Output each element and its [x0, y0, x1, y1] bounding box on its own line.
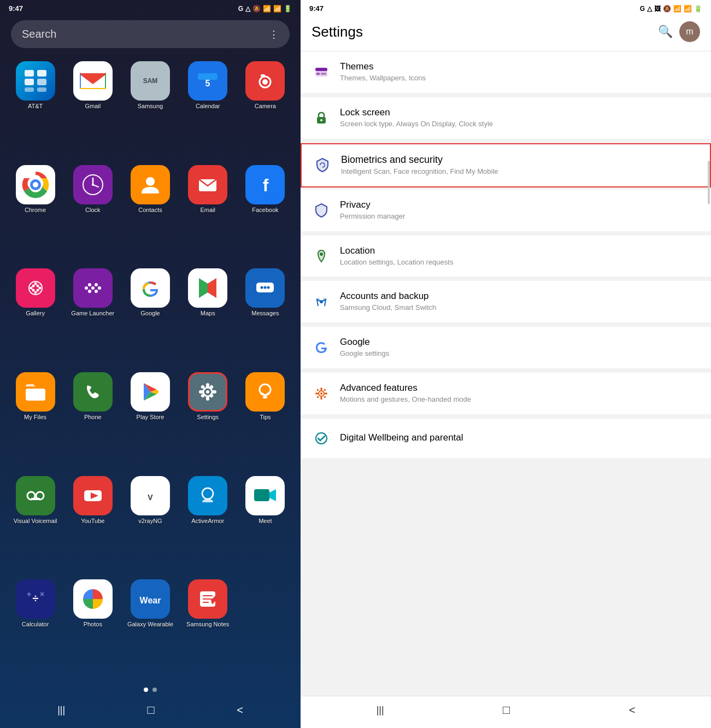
back-button-right[interactable]: < [629, 704, 636, 717]
svg-rect-121 [316, 396, 319, 398]
app-maps[interactable]: Maps [181, 268, 234, 368]
google-settings-name: Google [340, 337, 700, 348]
app-google[interactable]: Google [124, 268, 177, 368]
google-icon [131, 268, 170, 308]
app-photos[interactable]: Photos [66, 579, 119, 679]
lockscreen-text: Lock screen Screen lock type, Always On … [340, 107, 700, 129]
settings-item-biometrics[interactable]: Biometrics and security Intelligent Scan… [302, 144, 710, 186]
photos-icon [73, 579, 113, 619]
back-button[interactable]: < [237, 704, 243, 717]
svg-rect-66 [199, 390, 203, 394]
gmail-label: Gmail [85, 103, 101, 110]
svg-text:Wear: Wear [140, 596, 161, 605]
app-settings[interactable]: Settings [181, 372, 234, 472]
settings-item-privacy[interactable]: Privacy Permission manager [301, 190, 711, 231]
galaxywear-icon: Wear [131, 579, 170, 619]
app-att[interactable]: AT&T [9, 61, 62, 161]
g-icon-right: G [640, 5, 645, 13]
privacy-sub: Permission manager [340, 212, 700, 221]
app-contacts[interactable]: Contacts [124, 165, 177, 265]
more-icon[interactable]: ⋮ [269, 28, 279, 40]
app-email[interactable]: Email [181, 165, 234, 265]
app-playstore[interactable]: Play Store [124, 372, 177, 472]
settings-item-themes[interactable]: Themes Themes, Wallpapers, Icons [301, 51, 711, 93]
avatar[interactable]: m [679, 21, 700, 42]
home-button-right[interactable]: □ [503, 703, 510, 717]
biometrics-text: Biometrics and security Intelligent Scan… [341, 154, 699, 177]
svg-rect-57 [26, 389, 45, 401]
app-activearmor[interactable]: ActiveArmor [181, 476, 234, 576]
settings-item-wellbeing[interactable]: Digital Wellbeing and parental [301, 419, 711, 458]
recent-button-right[interactable]: ||| [377, 704, 384, 716]
app-chrome[interactable]: Chrome [9, 165, 62, 265]
app-messages[interactable]: Messages [239, 268, 292, 368]
app-v2rayng[interactable]: V v2rayNG [124, 476, 177, 576]
dot-2 [152, 688, 157, 692]
app-grid: AT&T Gmail SAM Samsung [0, 57, 301, 683]
app-calculator[interactable]: ÷ + × Calculator [9, 579, 62, 679]
themes-name: Themes [340, 61, 700, 72]
app-phone[interactable]: Phone [66, 372, 119, 472]
settings-item-google[interactable]: Google Google settings [301, 327, 711, 368]
app-gamelauncher[interactable]: Game Launcher [66, 268, 119, 368]
app-gmail[interactable]: Gmail [66, 61, 119, 161]
alert-icon-right: △ [647, 5, 652, 13]
svg-rect-118 [316, 389, 319, 391]
svg-rect-28 [22, 275, 49, 301]
status-bar-right: 9:47 G △ 🖼 🔕 📶 📶 🔋 [301, 0, 711, 15]
battery-icon-right: 🔋 [694, 5, 702, 13]
app-samsung[interactable]: SAM Samsung [124, 61, 177, 161]
g-icon: G [238, 5, 243, 13]
chrome-label: Chrome [25, 207, 46, 214]
samsung-label: Samsung [138, 103, 163, 110]
svg-text:V: V [148, 493, 153, 502]
clock-label: Clock [85, 207, 101, 214]
clock-icon [73, 165, 113, 204]
app-samsungnotes[interactable]: Samsung Notes [181, 579, 234, 679]
settings-list: Themes Themes, Wallpapers, Icons Lock sc… [301, 51, 711, 696]
voicemail-label: Visual Voicemail [14, 518, 57, 525]
app-clock[interactable]: Clock [66, 165, 119, 265]
settings-item-location[interactable]: Location Location settings, Location req… [301, 236, 711, 277]
settings-item-lockscreen[interactable]: Lock screen Screen lock type, Always On … [301, 97, 711, 139]
google-settings-icon [312, 338, 331, 357]
contacts-label: Contacts [138, 207, 162, 214]
location-name: Location [340, 245, 700, 256]
app-voicemail[interactable]: Visual Voicemail [9, 476, 62, 576]
signal-icon-right: 📶 [684, 5, 692, 13]
search-icon[interactable]: 🔍 [658, 25, 673, 39]
settings-item-accounts[interactable]: Accounts and backup Samsung Cloud, Smart… [301, 281, 711, 322]
page-dots [0, 683, 301, 696]
themes-text: Themes Themes, Wallpapers, Icons [340, 61, 700, 83]
settings-group-accounts: Accounts and backup Samsung Cloud, Smart… [301, 281, 711, 322]
app-youtube[interactable]: YouTube [66, 476, 119, 576]
svg-rect-0 [25, 70, 34, 77]
bottom-nav-right: ||| □ < [301, 696, 711, 728]
app-camera[interactable]: Camera [239, 61, 292, 161]
home-button[interactable]: □ [148, 703, 155, 717]
biometrics-icon [313, 155, 332, 175]
settings-item-advanced[interactable]: Advanced features Motions and gestures, … [301, 373, 711, 414]
app-myfiles[interactable]: My Files [9, 372, 62, 472]
search-bar[interactable]: Search ⋮ [11, 20, 290, 48]
svg-rect-120 [324, 389, 326, 391]
app-facebook[interactable]: f Facebook [239, 165, 292, 265]
location-text: Location Location settings, Location req… [340, 245, 700, 267]
svg-rect-105 [321, 73, 326, 75]
email-icon [188, 165, 227, 204]
app-galaxywear[interactable]: Wear Galaxy Wearable [124, 579, 177, 679]
recent-button[interactable]: ||| [57, 704, 65, 716]
meet-icon [245, 476, 285, 515]
svg-rect-119 [324, 396, 326, 398]
svg-rect-72 [252, 379, 278, 405]
accounts-icon [312, 292, 331, 312]
svg-point-32 [34, 283, 37, 285]
samsung-icon: SAM [131, 61, 170, 101]
search-label: Search [22, 28, 56, 40]
phone-label: Phone [84, 414, 102, 421]
app-meet[interactable]: Meet [239, 476, 292, 576]
app-tips[interactable]: Tips [239, 372, 292, 472]
app-calendar[interactable]: 5 Calendar [181, 61, 234, 161]
app-gallery[interactable]: Gallery [9, 268, 62, 368]
svg-point-109 [316, 298, 320, 301]
